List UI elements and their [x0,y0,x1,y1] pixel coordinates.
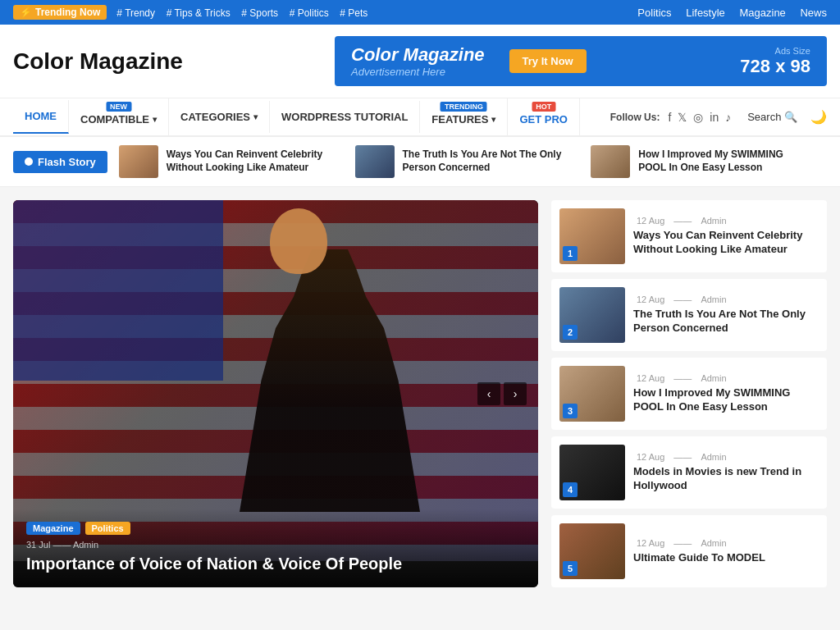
sidebar-text-3: 12 Aug —— Admin How I Improved My SWIMMI… [633,373,819,414]
social-icons[interactable]: f 𝕏 ◎ in ♪ [668,111,731,124]
slider-prev-button[interactable]: ‹ [477,382,500,405]
flash-thumb-1 [119,145,158,178]
sidebar-thumb-3: 3 [559,366,625,422]
sidebar-item-3[interactable]: 3 12 Aug —— Admin How I Improved My SWIM… [551,358,827,430]
slider-nav[interactable]: ‹ › [477,382,527,405]
trending-links[interactable]: # Trendy # Tips & Tricks # Sports # Poli… [116,7,376,19]
sidebar-num-3: 3 [563,404,578,418]
flash-story-label: Flash Story [13,151,107,173]
slider-next-button[interactable]: › [504,382,527,405]
site-logo: Color Magazine [13,48,183,75]
sidebar-text-4: 12 Aug —— Admin Models in Movies is new … [633,452,819,493]
nav-features[interactable]: TRENDING FEATURES ▾ [420,98,508,135]
tag-magazine: Magazine [26,522,80,535]
nav-badge-hot: HOT [532,102,555,112]
sidebar-title-1: Ways You Can Reinvent Celebrity Without … [633,229,819,257]
trend-link-1[interactable]: # Trendy [116,7,155,19]
ad-subtitle: Advertisement Here [351,66,485,78]
nav-compatible[interactable]: NEW COMPATIBLE ▾ [69,98,169,135]
trend-link-5[interactable]: # Pets [340,7,368,19]
sidebar-item-4[interactable]: 4 12 Aug —— Admin Models in Movies is ne… [551,436,827,509]
sidebar-meta-4: 12 Aug —— Admin [633,452,819,462]
top-bar-nav[interactable]: Politics Lifestyle Magazine News [626,7,827,19]
sidebar-meta-1: 12 Aug —— Admin [633,216,819,226]
trend-link-2[interactable]: # Tips & Tricks [167,7,231,19]
slider-info: Magazine Politics 31 Jul —— Admin Import… [13,509,538,587]
facebook-icon[interactable]: f [668,111,671,124]
lightning-icon: ⚡ [20,7,32,18]
trend-link-3[interactable]: # Sports [241,7,278,19]
nav-home[interactable]: HOME [13,100,69,134]
top-bar: ⚡ Trending Now # Trendy # Tips & Tricks … [0,0,840,25]
sidebar-meta-5: 12 Aug —— Admin [633,538,765,548]
nav-categories[interactable]: CATEGORIES ▾ [169,101,270,133]
nav-badge-new: NEW [106,102,131,112]
flash-story-bar: Flash Story Ways You Can Reinvent Celebr… [0,137,840,187]
sidebar-item-2[interactable]: 2 12 Aug —— Admin The Truth Is You Are N… [551,279,827,351]
flash-item-1[interactable]: Ways You Can Reinvent Celebrity Without … [119,145,339,178]
sidebar-item-1[interactable]: 1 12 Aug —— Admin Ways You Can Reinvent … [551,200,827,272]
flash-dot-icon [25,158,33,166]
tag-politics: Politics [85,522,130,535]
ad-size-value: 728 x 98 [740,56,810,77]
nav-magazine[interactable]: Magazine [739,7,785,19]
nav-news[interactable]: News [800,7,827,19]
slider-background [13,200,538,561]
linkedin-icon[interactable]: in [710,111,719,124]
sidebar-text-2: 12 Aug —— Admin The Truth Is You Are Not… [633,294,819,336]
flash-item-2[interactable]: The Truth Is You Are Not The Only Person… [355,145,575,178]
sidebar-num-5: 5 [563,561,578,576]
sidebar: 1 12 Aug —— Admin Ways You Can Reinvent … [551,200,827,587]
chevron-down-icon: ▾ [153,115,157,124]
flash-thumb-3 [591,145,630,178]
sidebar-item-5[interactable]: 5 12 Aug —— Admin Ultimate Guide To MODE… [551,515,827,587]
nav-lifestyle[interactable]: Lifestyle [686,7,725,19]
slider-date: 31 Jul —— Admin [26,540,525,550]
flash-title-1: Ways You Can Reinvent Celebrity Without … [167,148,339,174]
ad-banner: Color Magazine Advertisement Here Try It… [335,36,827,86]
chevron-down-icon: ▾ [491,115,495,124]
flash-title-3: How I Improved My SWIMMING POOL In One E… [638,148,810,174]
nav-politics[interactable]: Politics [637,7,671,19]
flash-item-3[interactable]: How I Improved My SWIMMING POOL In One E… [591,145,810,178]
instagram-icon[interactable]: ◎ [693,111,703,124]
follow-label: Follow Us: [610,112,660,123]
header: Color Magazine Color Magazine Advertisem… [0,25,840,98]
sidebar-num-1: 1 [563,246,578,261]
sidebar-thumb-4: 4 [559,445,625,500]
nav-bar: HOME NEW COMPATIBLE ▾ CATEGORIES ▾ WORDP… [0,98,840,137]
main-content: ‹ › Magazine Politics 31 Jul —— Admin Im… [0,187,840,600]
sidebar-num-4: 4 [563,482,578,497]
sidebar-title-2: The Truth Is You Are Not The Only Person… [633,308,819,336]
sidebar-thumb-2: 2 [559,287,625,343]
sidebar-text-1: 12 Aug —— Admin Ways You Can Reinvent Ce… [633,216,819,257]
trending-label: ⚡ Trending Now [13,5,107,20]
sidebar-num-2: 2 [563,325,578,340]
ad-size-label: Ads Size [740,46,810,56]
sidebar-title-3: How I Improved My SWIMMING POOL In One E… [633,386,819,414]
nav-right: Follow Us: f 𝕏 ◎ in ♪ Search 🔍 🌙 [610,109,827,125]
slider-tags: Magazine Politics [26,522,525,535]
search-button[interactable]: Search 🔍 [747,111,797,123]
sidebar-title-4: Models in Movies is new Trend in Hollywo… [633,465,819,493]
nav-getpro[interactable]: HOT GET PRO [508,98,580,135]
sidebar-thumb-5: 5 [559,523,625,579]
sidebar-text-5: 12 Aug —— Admin Ultimate Guide To MODEL [633,538,765,565]
flash-thumb-2 [355,145,395,178]
ad-banner-text: Color Magazine Advertisement Here [351,44,485,78]
sidebar-thumb-1: 1 [559,208,625,264]
trend-link-4[interactable]: # Politics [290,7,329,19]
tiktok-icon[interactable]: ♪ [725,111,731,124]
chevron-down-icon: ▾ [253,112,258,121]
dark-mode-toggle[interactable]: 🌙 [810,109,827,125]
nav-badge-trending: TRENDING [441,102,487,112]
twitter-icon[interactable]: 𝕏 [678,111,687,124]
ad-try-button[interactable]: Try It Now [509,49,587,73]
ad-size: Ads Size 728 x 98 [740,46,810,77]
flag-blue [13,200,223,381]
nav-wordpress[interactable]: WORDPRESS TUTORIAL [270,101,420,133]
ad-title: Color Magazine [351,44,485,66]
slider-title: Importance of Voice of Nation & Voice Of… [26,553,525,574]
featured-slider: ‹ › Magazine Politics 31 Jul —— Admin Im… [13,200,538,587]
flash-title-2: The Truth Is You Are Not The Only Person… [403,148,575,174]
